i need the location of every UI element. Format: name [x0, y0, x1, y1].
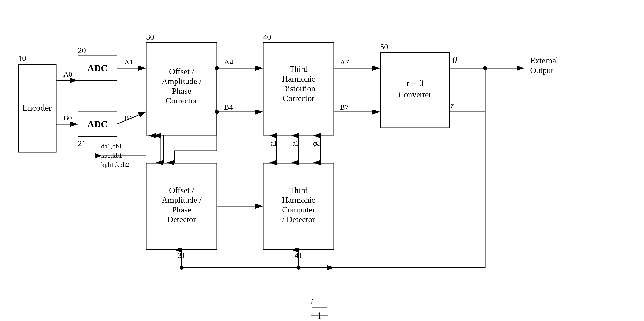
oap-corrector-label-1: Offset / [169, 67, 194, 76]
block-diagram-svg: Encoder 10 ADC 20 ADC 21 Offset / Amplit… [0, 0, 644, 321]
figure-tick: / [311, 297, 313, 306]
r-theta-number: 50 [380, 42, 388, 51]
diagram-container: Encoder 10 ADC 20 ADC 21 Offset / Amplit… [0, 0, 644, 321]
external-output-label-1: External [530, 56, 558, 65]
adc-top-number: 20 [78, 46, 86, 55]
oap-corrector-number: 30 [146, 33, 154, 41]
encoder-label: Encoder [22, 103, 52, 113]
adc-bot-number: 21 [78, 139, 86, 148]
b4-label: B4 [224, 103, 233, 111]
b7-label: B7 [340, 103, 348, 111]
a7-label: A7 [340, 58, 349, 66]
a4-label: A4 [224, 58, 233, 66]
a1-label: A1 [124, 58, 133, 66]
thc-detector-label-2: Harmonic [282, 195, 315, 204]
thd-corrector-label-4: Corrector [283, 94, 315, 103]
thd-corrector-label-1: Third [289, 64, 308, 73]
r-theta-label-1: r − θ [406, 78, 424, 88]
oap-corrector-label-3: Phase [172, 86, 191, 95]
thd-corrector-label-3: Distortion [282, 84, 316, 93]
oap-corrector-label-2: Amplitude / [162, 77, 202, 86]
external-output-label-2: Output [530, 66, 553, 75]
da1-db1-label: da1,db1 [101, 143, 122, 150]
r-theta-label-2: Converter [398, 90, 432, 99]
oap-detector-label-2: Amplitude / [162, 195, 202, 204]
r-label: r [451, 101, 454, 110]
b0-label: B0 [64, 114, 72, 122]
adc-top-label: ADC [88, 63, 108, 73]
r-feedback-junction-thc [297, 266, 300, 270]
thc-detector-label-3: Computer [282, 205, 316, 214]
phi3-param-label: φ3 [313, 139, 321, 147]
oap-detector-label-4: Detector [167, 215, 196, 224]
kph1-kph2-label: kph1,kph2 [101, 161, 129, 168]
oap-detector-label-3: Phase [172, 205, 191, 214]
b1-label: B1 [124, 114, 133, 122]
adc-bot-label: ADC [88, 119, 108, 129]
oap-corrector-label-4: Corrector [166, 96, 198, 105]
thd-corrector-number: 40 [263, 33, 271, 41]
encoder-number: 10 [18, 54, 26, 63]
thc-detector-label-1: Third [289, 186, 308, 195]
theta-label: θ [452, 55, 457, 65]
a0-label: A0 [64, 70, 72, 78]
thc-detector-label-4: / Detector [282, 215, 316, 224]
thd-corrector-label-2: Harmonic [282, 74, 315, 83]
oap-detector-label-1: Offset / [169, 186, 194, 195]
